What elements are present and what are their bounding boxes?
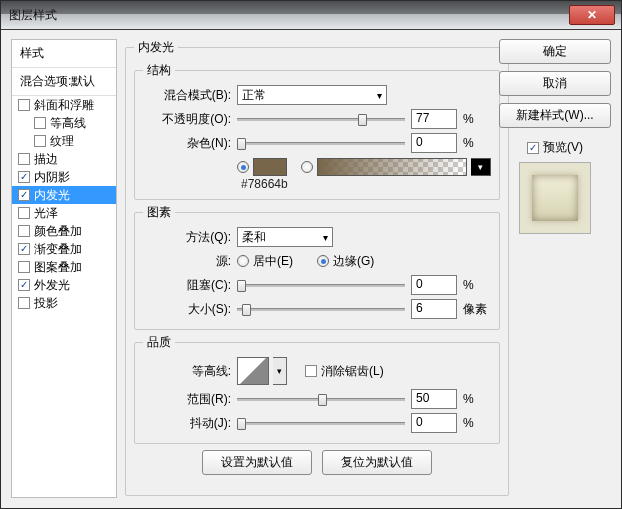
size-label: 大小(S):: [143, 301, 233, 318]
sidebar-item[interactable]: 描边: [12, 150, 116, 168]
sidebar-item[interactable]: 图案叠加: [12, 258, 116, 276]
preview-thumbnail: [519, 162, 591, 234]
jitter-input[interactable]: 0: [411, 413, 457, 433]
sidebar-item-label: 外发光: [34, 277, 70, 294]
source-center-radio[interactable]: [237, 255, 249, 267]
cancel-button[interactable]: 取消: [499, 71, 611, 96]
sidebar-item[interactable]: 颜色叠加: [12, 222, 116, 240]
sidebar-item-label: 内阴影: [34, 169, 70, 186]
style-checkbox[interactable]: [18, 279, 30, 291]
opacity-label: 不透明度(O):: [143, 111, 233, 128]
style-checkbox[interactable]: [18, 243, 30, 255]
size-input[interactable]: 6: [411, 299, 457, 319]
ok-button[interactable]: 确定: [499, 39, 611, 64]
noise-input[interactable]: 0: [411, 133, 457, 153]
opacity-slider[interactable]: [237, 111, 405, 127]
antialias-label: 消除锯齿(L): [321, 363, 384, 380]
source-edge-radio[interactable]: [317, 255, 329, 267]
technique-select[interactable]: 柔和: [237, 227, 333, 247]
choke-unit: %: [463, 278, 491, 292]
style-checkbox[interactable]: [18, 225, 30, 237]
hex-note: #78664b: [241, 177, 491, 191]
choke-slider[interactable]: [237, 277, 405, 293]
window-title: 图层样式: [9, 7, 57, 24]
contour-picker[interactable]: [237, 357, 269, 385]
styles-sidebar: 样式 混合选项:默认 斜面和浮雕等高线纹理描边内阴影内发光光泽颜色叠加渐变叠加图…: [11, 39, 117, 498]
structure-legend: 结构: [143, 62, 175, 79]
blend-mode-label: 混合模式(B):: [143, 87, 233, 104]
color-swatch[interactable]: [253, 158, 287, 176]
chevron-down-icon: ▾: [478, 162, 483, 172]
chevron-down-icon: ▾: [277, 366, 282, 376]
reset-default-button[interactable]: 复位为默认值: [322, 450, 432, 475]
sidebar-item[interactable]: 渐变叠加: [12, 240, 116, 258]
style-checkbox[interactable]: [18, 189, 30, 201]
jitter-slider[interactable]: [237, 415, 405, 431]
antialias-checkbox[interactable]: [305, 365, 317, 377]
sidebar-item[interactable]: 投影: [12, 294, 116, 312]
size-unit: 像素: [463, 301, 491, 318]
choke-input[interactable]: 0: [411, 275, 457, 295]
gradient-radio[interactable]: [301, 161, 313, 173]
structure-group: 结构 混合模式(B): 正常 不透明度(O): 77 %: [134, 62, 500, 200]
range-slider[interactable]: [237, 391, 405, 407]
style-checkbox[interactable]: [18, 297, 30, 309]
gradient-dropdown[interactable]: ▾: [471, 158, 491, 176]
sidebar-header-styles[interactable]: 样式: [12, 40, 116, 67]
sidebar-item-label: 等高线: [50, 115, 86, 132]
style-checkbox[interactable]: [18, 261, 30, 273]
gradient-bar[interactable]: [317, 158, 467, 176]
preview-label: 预览(V): [543, 139, 583, 156]
chevron-down-icon: [323, 230, 328, 244]
sidebar-item[interactable]: 等高线: [12, 114, 116, 132]
jitter-label: 抖动(J):: [143, 415, 233, 432]
contour-label: 等高线:: [143, 363, 233, 380]
sidebar-item[interactable]: 斜面和浮雕: [12, 96, 116, 114]
elements-legend: 图素: [143, 204, 175, 221]
panel-title: 内发光: [134, 39, 178, 56]
color-radio[interactable]: [237, 161, 249, 173]
content-area: 样式 混合选项:默认 斜面和浮雕等高线纹理描边内阴影内发光光泽颜色叠加渐变叠加图…: [1, 30, 621, 508]
style-checkbox[interactable]: [18, 171, 30, 183]
opacity-input[interactable]: 77: [411, 109, 457, 129]
style-checkbox[interactable]: [18, 99, 30, 111]
range-label: 范围(R):: [143, 391, 233, 408]
close-button[interactable]: ✕: [569, 5, 615, 25]
quality-group: 品质 等高线: ▾ 消除锯齿(L) 范围(R): 50: [134, 334, 500, 444]
contour-dropdown[interactable]: ▾: [273, 357, 287, 385]
style-checkbox[interactable]: [34, 135, 46, 147]
close-icon: ✕: [587, 8, 597, 22]
preview-group: 预览(V): [499, 139, 611, 234]
sidebar-item-label: 图案叠加: [34, 259, 82, 276]
style-checkbox[interactable]: [18, 207, 30, 219]
source-edge-label: 边缘(G): [333, 253, 374, 270]
sidebar-item-label: 内发光: [34, 187, 70, 204]
range-unit: %: [463, 392, 491, 406]
size-slider[interactable]: [237, 301, 405, 317]
sidebar-item[interactable]: 外发光: [12, 276, 116, 294]
style-checkbox[interactable]: [18, 153, 30, 165]
opacity-unit: %: [463, 112, 491, 126]
sidebar-header-blend[interactable]: 混合选项:默认: [12, 67, 116, 96]
blend-mode-select[interactable]: 正常: [237, 85, 387, 105]
defaults-button-row: 设置为默认值 复位为默认值: [134, 450, 500, 475]
sidebar-item[interactable]: 纹理: [12, 132, 116, 150]
sidebar-item-label: 投影: [34, 295, 58, 312]
noise-slider[interactable]: [237, 135, 405, 151]
inner-glow-group: 内发光 结构 混合模式(B): 正常 不透明度(O):: [125, 39, 509, 496]
choke-label: 阻塞(C):: [143, 277, 233, 294]
sidebar-item-label: 纹理: [50, 133, 74, 150]
sidebar-item[interactable]: 内发光: [12, 186, 116, 204]
set-default-button[interactable]: 设置为默认值: [202, 450, 312, 475]
sidebar-item-label: 斜面和浮雕: [34, 97, 94, 114]
sidebar-list: 斜面和浮雕等高线纹理描边内阴影内发光光泽颜色叠加渐变叠加图案叠加外发光投影: [12, 96, 116, 312]
sidebar-item[interactable]: 光泽: [12, 204, 116, 222]
range-input[interactable]: 50: [411, 389, 457, 409]
new-style-button[interactable]: 新建样式(W)...: [499, 103, 611, 128]
sidebar-item[interactable]: 内阴影: [12, 168, 116, 186]
style-checkbox[interactable]: [34, 117, 46, 129]
source-center-label: 居中(E): [253, 253, 293, 270]
right-column: 确定 取消 新建样式(W)... 预览(V): [499, 39, 611, 498]
source-label: 源:: [143, 253, 233, 270]
preview-checkbox[interactable]: [527, 142, 539, 154]
